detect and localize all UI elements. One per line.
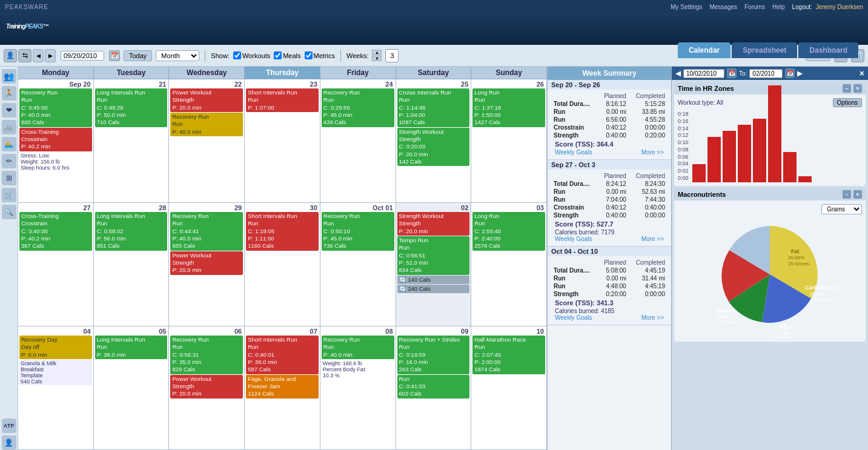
event-halfmarathon-oct10[interactable]: Half-Marathon RaceRunC: 2:07:45P: 2:00:0… — [472, 336, 545, 374]
event-strength-workout-sep25[interactable]: Strength WorkoutStrengthC: 0:20:00P: 20.… — [397, 128, 470, 167]
event-short-intervals-sep30[interactable]: Short Intervals RunRunC: 1:19:05P: 1:11:… — [246, 212, 319, 251]
rp-nav-next[interactable]: ▶ — [797, 69, 803, 78]
nav-icon-1[interactable]: 👤 — [4, 49, 17, 62]
calendar-grid: Sep 20 Recovery RunRunC: 0:45:00P: 40.0 … — [18, 79, 547, 450]
date-input[interactable] — [61, 51, 104, 61]
rp-nav-prev[interactable]: ◀ — [675, 69, 681, 78]
hr-close-icon[interactable]: × — [853, 84, 862, 93]
hr-bar-6[interactable] — [768, 85, 781, 182]
sidebar-icon-cart[interactable]: 🛒 — [2, 188, 16, 202]
separator2 — [340, 50, 341, 62]
tab-calendar[interactable]: Calendar — [678, 42, 731, 58]
event-recovery-day-oct04[interactable]: Recovery DayDay offP: 0.0 min — [19, 336, 92, 359]
event-power-workout-oct06[interactable]: Power WorkoutStrengthP: 20.0 min — [170, 375, 243, 399]
rp-close[interactable]: × — [860, 68, 864, 78]
sidebar-icon-heart[interactable]: ❤ — [2, 103, 16, 117]
hr-bar-4[interactable] — [738, 125, 751, 182]
help-link[interactable]: Help — [772, 4, 785, 10]
event-short-intervals-oct07[interactable]: Short Intervals RunRunC: 0:40:01P: 39.0 … — [246, 336, 319, 374]
sidebar-icon-search[interactable]: 🔍 — [2, 205, 16, 219]
sidebar-icon-run[interactable]: 🏃 — [2, 86, 16, 101]
event-run-oct09[interactable]: RunC: 0:41:03602 Cals — [397, 375, 470, 399]
weeks-stepper[interactable]: ▲ ▼ — [372, 50, 382, 61]
settings-link[interactable]: My Settings — [671, 4, 702, 10]
macro-close-icon[interactable]: × — [853, 190, 862, 199]
weekly-goals-link-3[interactable]: Weekly Goals More >> — [551, 314, 668, 322]
calendar-icon[interactable]: 📅 — [109, 50, 120, 61]
rp-to-date[interactable] — [749, 69, 783, 78]
messages-link[interactable]: Messages — [709, 4, 737, 10]
username-link[interactable]: Jeremy Duerksen — [816, 4, 863, 10]
weekly-goals-link-2[interactable]: Weekly Goals More >> — [551, 236, 668, 243]
event-recovery-run-sep24[interactable]: Recovery RunRunC: 0:29:56P: 45.0 min439 … — [322, 88, 394, 127]
forums-link[interactable]: Forums — [744, 4, 765, 10]
tab-dashboard[interactable]: Dashboard — [798, 42, 858, 58]
workouts-check[interactable]: Workouts — [233, 51, 270, 59]
metrics-check[interactable]: Metrics — [305, 51, 335, 59]
sidebar-icon-grid[interactable]: ⊞ — [2, 171, 16, 185]
event-short-intervals-sep23[interactable]: Short Intervals RunRunP: 1:07:00 — [246, 88, 319, 112]
sidebar-icon-user[interactable]: 👤 — [2, 435, 16, 450]
event-long-intervals-oct05[interactable]: Long Intervals RunRunP: 38.0 min — [95, 336, 168, 359]
event-long-intervals-sep21[interactable]: Long Intervals RunRunC: 0:48:26P: 50.0 m… — [95, 88, 168, 127]
options-button[interactable]: Options — [833, 98, 862, 107]
event-long-run-oct03[interactable]: Long RunRunC: 2:55:40P: 2:40:002576 Cals — [472, 212, 545, 251]
nav-arrow-next[interactable]: ▶ — [45, 49, 56, 62]
sidebar-icon-swim[interactable]: 🏊 — [2, 137, 16, 151]
cell-sep25: 25 Cruise Intervals RunRunC: 1:14:48P: 1… — [396, 79, 472, 203]
event-tempo-run-oct02[interactable]: Tempo RunRunC: 0:56:51P: 52.0 min834 Cal… — [397, 236, 470, 275]
event-recovery-run-oct06[interactable]: Recovery RunRunC: 0:56:31P: 35.0 min829 … — [170, 336, 243, 374]
rp-cal-icon[interactable]: 📅 — [727, 68, 737, 78]
event-cruise-intervals-sep25[interactable]: Cruise Intervals RunRunC: 1:14:48P: 1:04… — [397, 88, 470, 127]
sidebar-icon-people[interactable]: 👥 — [2, 69, 16, 84]
event-recovery-strides-oct09[interactable]: Recovery Run + StridesRunC: 0:19:59P: 16… — [397, 336, 470, 374]
cell-sep23: 23 Short Intervals RunRunP: 1:07:00 — [245, 79, 320, 203]
event-power-workout-sep29[interactable]: Power WorkoutStrengthP: 20.0 min — [170, 251, 243, 275]
nav-icon-2[interactable]: ⇆ — [18, 49, 31, 62]
rp-cal-icon2[interactable]: 📅 — [785, 68, 795, 78]
event-recovery-run-sep20[interactable]: Recovery RunRunC: 0:45:00P: 40.0 min660 … — [19, 88, 92, 127]
weeks-input[interactable] — [385, 49, 399, 62]
carb-grams: 17 Grams — [811, 297, 832, 303]
event-recovery-run-oct08[interactable]: Recovery RunRunP: 40.0 min — [322, 336, 394, 359]
event-recovery-run-sep22[interactable]: Recovery RunRunP: 40.0 min — [170, 113, 243, 136]
cell-oct04: 04 Recovery DayDay offP: 0.0 min Granola… — [18, 326, 94, 450]
event-granola-oct04[interactable]: Granola & MilkBreakfastTemplate540 Cals — [19, 360, 92, 385]
event-recovery-run-sep29[interactable]: Recovery RunRunC: 0:44:41P: 40.0 min655 … — [170, 212, 243, 251]
sidebar-icon-bike[interactable]: 🚲 — [2, 120, 16, 134]
hr-zones-controls: – × — [843, 84, 862, 93]
toolbar-icons: 👤 ⇆ ◀ ▶ — [4, 49, 56, 62]
hr-bar-3[interactable] — [723, 131, 736, 182]
event-strength-workout-oct02[interactable]: Strength WorkoutStrengthP: 20.0 min — [397, 212, 470, 236]
hr-bar-8[interactable] — [798, 176, 812, 182]
event-meal-140[interactable]: 🔄 140 Cals — [397, 276, 470, 284]
event-power-workout-sep22[interactable]: Power WorkoutStrengthP: 20.0 min — [170, 88, 243, 112]
event-meal-240[interactable]: 🔄 240 Cals — [397, 285, 470, 293]
carb-pct: 26.98% — [809, 291, 826, 297]
hr-bar-1[interactable] — [692, 164, 706, 182]
weekly-goals-link-1[interactable]: Weekly Goals More >> — [551, 149, 668, 157]
hr-bar-5[interactable] — [753, 119, 766, 182]
macro-minimize-icon[interactable]: – — [843, 190, 851, 199]
meals-check[interactable]: Meals — [274, 51, 300, 59]
sidebar-icon-atp[interactable]: ATP — [2, 419, 16, 433]
event-cross-training-sep20[interactable]: Cross-TrainingCrosstrainP: 40.2 min — [19, 128, 92, 151]
event-cross-training-sep27[interactable]: Cross-TrainingCrosstrainC: 0:40:00P: 40.… — [19, 212, 92, 251]
event-recovery-run-oct01[interactable]: Recovery RunRunC: 0:50:10P: 45.0 min736 … — [322, 212, 394, 251]
logo: TrainingPEAKS™ — [6, 20, 48, 39]
hr-bar-2[interactable] — [707, 137, 721, 182]
hr-minimize-icon[interactable]: – — [843, 84, 851, 93]
event-granola-oct07[interactable]: Fage, Granola andFreezer Jam1124 Cals — [246, 375, 319, 399]
hr-bar-7[interactable] — [783, 152, 797, 182]
week-summary-title: Week Summary — [548, 67, 671, 80]
cell-oct06: 06 Recovery RunRunC: 0:56:31P: 35.0 min8… — [169, 326, 245, 450]
macro-unit-select[interactable]: GramsCaloriesPercent — [821, 204, 862, 214]
sidebar-icon-pencil[interactable]: ✏ — [2, 154, 16, 168]
tab-spreadsheet[interactable]: Spreadsheet — [732, 42, 797, 58]
view-select[interactable]: MonthWeekDay — [156, 50, 199, 61]
event-long-run-sep26[interactable]: Long RunRunC: 1:37:18P: 1:50:001427 Cals — [472, 88, 545, 127]
rp-from-date[interactable] — [683, 69, 724, 78]
today-button[interactable]: Today — [124, 50, 152, 61]
event-long-intervals-sep28[interactable]: Long Intervals RunRunC: 0:58:02P: 56.0 m… — [95, 212, 168, 251]
nav-arrow-prev[interactable]: ◀ — [33, 49, 44, 62]
